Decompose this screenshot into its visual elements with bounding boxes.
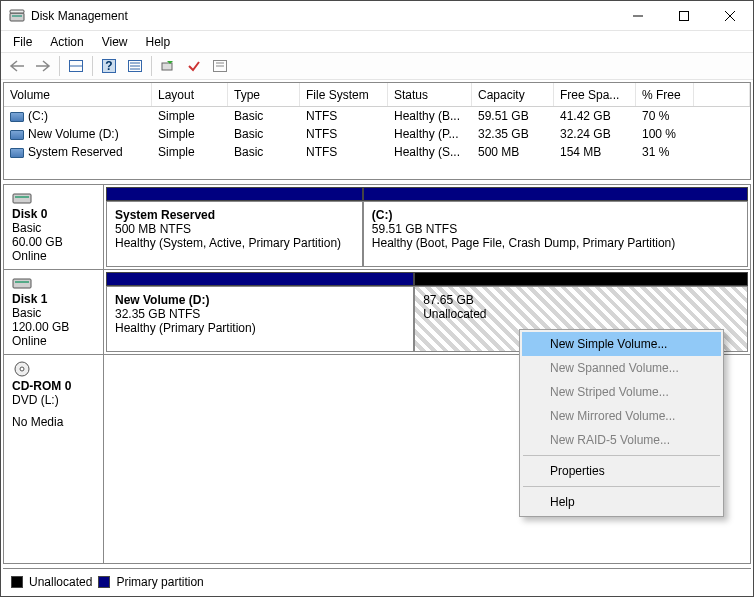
menu-file[interactable]: File <box>5 33 40 51</box>
settings-icon[interactable] <box>208 55 232 77</box>
checkmark-icon[interactable] <box>182 55 206 77</box>
forward-button[interactable] <box>31 55 55 77</box>
context-menu: New Simple Volume... New Spanned Volume.… <box>519 329 724 517</box>
maximize-button[interactable] <box>661 1 707 31</box>
svg-rect-1 <box>12 15 22 17</box>
table-header: Volume Layout Type File System Status Ca… <box>4 83 750 107</box>
legend-swatch-primary <box>98 576 110 588</box>
legend-swatch-unallocated <box>11 576 23 588</box>
menu-new-mirrored-volume: New Mirrored Volume... <box>522 404 721 428</box>
partition-d[interactable]: New Volume (D:) 32.35 GB NTFS Healthy (P… <box>106 286 414 352</box>
svg-point-24 <box>20 367 24 371</box>
col-status[interactable]: Status <box>388 83 472 106</box>
minimize-button[interactable] <box>615 1 661 31</box>
help-icon[interactable]: ? <box>97 55 121 77</box>
table-row[interactable]: New Volume (D:) Simple Basic NTFS Health… <box>4 125 750 143</box>
disk-info[interactable]: CD-ROM 0 DVD (L:) No Media <box>4 355 104 563</box>
svg-rect-15 <box>162 63 172 70</box>
table-row[interactable]: System Reserved Simple Basic NTFS Health… <box>4 143 750 161</box>
col-pctfree[interactable]: % Free <box>636 83 694 106</box>
drive-icon <box>10 130 24 140</box>
menu-new-striped-volume: New Striped Volume... <box>522 380 721 404</box>
svg-rect-4 <box>680 11 689 20</box>
menu-new-spanned-volume: New Spanned Volume... <box>522 356 721 380</box>
menu-properties[interactable]: Properties <box>522 459 721 483</box>
legend: Unallocated Primary partition <box>3 568 751 594</box>
close-button[interactable] <box>707 1 753 31</box>
col-filesystem[interactable]: File System <box>300 83 388 106</box>
disk-icon <box>12 276 32 290</box>
svg-rect-20 <box>15 196 29 198</box>
table-row[interactable]: (C:) Simple Basic NTFS Healthy (B... 59.… <box>4 107 750 125</box>
titlebar: Disk Management <box>1 1 753 31</box>
col-type[interactable]: Type <box>228 83 300 106</box>
svg-rect-2 <box>10 10 24 13</box>
back-button[interactable] <box>5 55 29 77</box>
menu-help[interactable]: Help <box>138 33 179 51</box>
refresh-icon[interactable] <box>156 55 180 77</box>
svg-rect-19 <box>13 194 31 203</box>
disk-info[interactable]: Disk 0 Basic 60.00 GB Online <box>4 185 104 269</box>
disk-info[interactable]: Disk 1 Basic 120.00 GB Online <box>4 270 104 354</box>
col-volume[interactable]: Volume <box>4 83 152 106</box>
menu-action[interactable]: Action <box>42 33 91 51</box>
menu-new-raid5-volume: New RAID-5 Volume... <box>522 428 721 452</box>
col-free[interactable]: Free Spa... <box>554 83 636 106</box>
menu-help[interactable]: Help <box>522 490 721 514</box>
list-icon[interactable] <box>123 55 147 77</box>
disk-row: Disk 0 Basic 60.00 GB Online System Rese… <box>4 185 750 270</box>
drive-icon <box>10 148 24 158</box>
disk-icon <box>12 191 32 205</box>
menu-view[interactable]: View <box>94 33 136 51</box>
svg-rect-22 <box>15 281 29 283</box>
cdrom-icon <box>12 361 32 377</box>
col-layout[interactable]: Layout <box>152 83 228 106</box>
app-icon <box>9 8 25 24</box>
toolbar: ? <box>1 52 753 80</box>
drive-icon <box>10 112 24 122</box>
col-capacity[interactable]: Capacity <box>472 83 554 106</box>
window-title: Disk Management <box>31 9 615 23</box>
disk-management-window: Disk Management File Action View Help ? … <box>0 0 754 597</box>
volume-list: Volume Layout Type File System Status Ca… <box>3 82 751 180</box>
menubar: File Action View Help <box>1 31 753 52</box>
view-split-icon[interactable] <box>64 55 88 77</box>
partition-c[interactable]: (C:) 59.51 GB NTFS Healthy (Boot, Page F… <box>363 201 748 267</box>
svg-rect-21 <box>13 279 31 288</box>
svg-text:?: ? <box>105 59 112 73</box>
partition-system-reserved[interactable]: System Reserved 500 MB NTFS Healthy (Sys… <box>106 201 363 267</box>
menu-new-simple-volume[interactable]: New Simple Volume... <box>522 332 721 356</box>
